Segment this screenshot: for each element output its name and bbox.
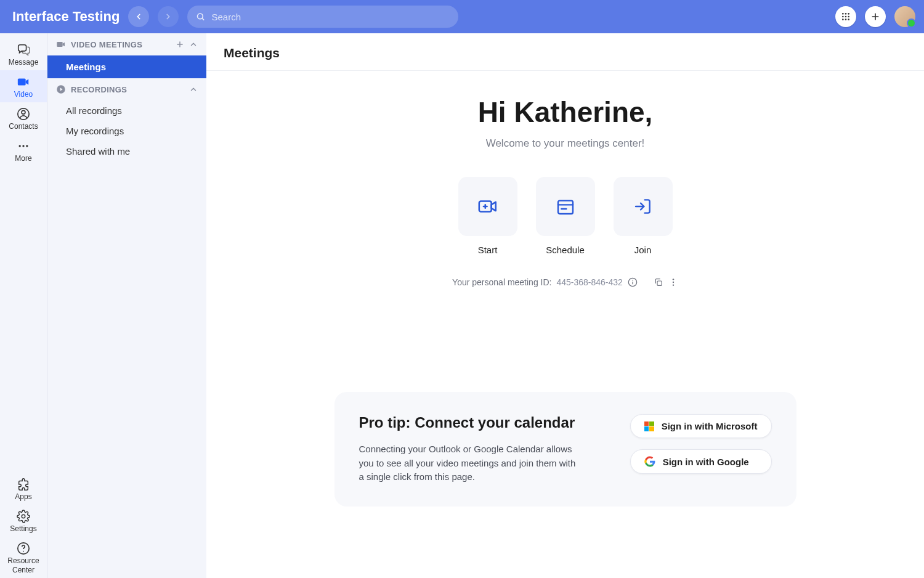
svg-point-16 bbox=[19, 145, 21, 147]
video-icon bbox=[17, 75, 30, 89]
page-title: Meetings bbox=[224, 46, 907, 60]
chat-icon bbox=[17, 43, 30, 57]
sidebar-item-label: Meetings bbox=[66, 62, 106, 72]
svg-point-38 bbox=[673, 282, 674, 283]
avatar[interactable] bbox=[894, 6, 915, 27]
nav-forward-button[interactable] bbox=[158, 6, 179, 27]
pmi-value: 445-368-846-432 bbox=[556, 277, 622, 287]
pmi-info-button[interactable] bbox=[628, 277, 638, 287]
gear-icon bbox=[17, 510, 30, 523]
svg-rect-29 bbox=[558, 201, 573, 214]
svg-point-0 bbox=[198, 14, 203, 19]
main-panel: Meetings Hi Katherine, Welcome to your m… bbox=[206, 33, 924, 578]
info-icon bbox=[628, 277, 638, 287]
rail-item-message[interactable]: Message bbox=[0, 38, 47, 70]
svg-point-4 bbox=[848, 13, 849, 15]
chevron-right-icon bbox=[164, 12, 172, 21]
plus-icon[interactable] bbox=[176, 40, 184, 49]
actions-row: Start Schedule Join bbox=[458, 177, 673, 255]
sidebar-item-all-recordings[interactable]: All recordings bbox=[47, 100, 206, 121]
main-header: Meetings bbox=[206, 33, 924, 71]
copy-icon bbox=[654, 277, 663, 287]
search-input[interactable] bbox=[211, 12, 450, 22]
pmi-copy-button[interactable] bbox=[654, 277, 663, 287]
app-title: Interface Testing bbox=[12, 9, 120, 25]
pmi-label: Your personal meeting ID: bbox=[452, 277, 551, 287]
new-button[interactable] bbox=[865, 6, 886, 27]
rail-item-video[interactable]: Video bbox=[0, 70, 47, 102]
protip-panel: Pro tip: Connect your calendar Connectin… bbox=[334, 392, 796, 507]
sign-in-google-button[interactable]: Sign in with Google bbox=[630, 449, 772, 474]
chevron-up-icon[interactable] bbox=[189, 85, 198, 94]
svg-rect-13 bbox=[18, 79, 26, 86]
sidebar: VIDEO MEETINGS Meetings RECORDINGS All r… bbox=[47, 33, 206, 578]
chevron-up-icon[interactable] bbox=[189, 40, 198, 49]
sso-button-label: Sign in with Google bbox=[663, 457, 749, 467]
sso-button-label: Sign in with Microsoft bbox=[662, 421, 758, 431]
user-circle-icon bbox=[17, 107, 30, 121]
svg-point-15 bbox=[22, 110, 25, 114]
sidebar-section-video-meetings[interactable]: VIDEO MEETINGS bbox=[47, 33, 206, 55]
svg-point-18 bbox=[26, 145, 28, 147]
svg-point-6 bbox=[845, 16, 847, 18]
nav-back-button[interactable] bbox=[128, 6, 149, 27]
rail-item-label: Settings bbox=[10, 524, 36, 533]
sidebar-item-shared-with-me[interactable]: Shared with me bbox=[47, 141, 206, 161]
action-schedule[interactable]: Schedule bbox=[536, 177, 595, 255]
sidebar-item-meetings[interactable]: Meetings bbox=[47, 55, 206, 78]
plus-icon bbox=[870, 12, 880, 22]
sidebar-item-label: All recordings bbox=[66, 105, 122, 116]
sidebar-item-label: My recordings bbox=[66, 126, 124, 136]
svg-rect-36 bbox=[657, 281, 662, 285]
svg-point-8 bbox=[842, 18, 844, 20]
svg-point-21 bbox=[23, 551, 24, 552]
svg-point-7 bbox=[848, 16, 849, 18]
sidebar-section-label: VIDEO MEETINGS bbox=[71, 40, 142, 49]
play-circle-icon bbox=[56, 84, 66, 94]
action-join[interactable]: Join bbox=[614, 177, 673, 255]
svg-point-35 bbox=[632, 280, 633, 280]
pmi-row: Your personal meeting ID: 445-368-846-43… bbox=[452, 277, 678, 287]
sign-in-microsoft-button[interactable]: Sign in with Microsoft bbox=[630, 414, 772, 438]
rail-item-label: More bbox=[15, 154, 31, 163]
svg-point-39 bbox=[673, 284, 674, 285]
google-logo-icon bbox=[644, 456, 655, 467]
search-icon bbox=[196, 12, 205, 22]
sidebar-item-my-recordings[interactable]: My recordings bbox=[47, 121, 206, 141]
microsoft-logo-icon bbox=[644, 421, 654, 431]
rail-item-label: Contacts bbox=[9, 122, 38, 131]
svg-line-1 bbox=[203, 18, 205, 20]
dialpad-button[interactable] bbox=[835, 6, 856, 27]
dialpad-icon bbox=[841, 12, 851, 22]
sidebar-section-recordings[interactable]: RECORDINGS bbox=[47, 78, 206, 100]
rail-item-contacts[interactable]: Contacts bbox=[0, 102, 47, 134]
puzzle-icon bbox=[17, 478, 30, 491]
rail-item-label: Message bbox=[9, 58, 39, 67]
join-icon bbox=[633, 197, 653, 216]
action-label: Schedule bbox=[546, 245, 585, 255]
action-start[interactable]: Start bbox=[458, 177, 517, 255]
sidebar-section-label: RECORDINGS bbox=[71, 85, 127, 94]
topbar: Interface Testing bbox=[0, 0, 924, 33]
more-icon bbox=[17, 139, 30, 153]
rail-item-label: Resource Center bbox=[0, 556, 47, 574]
search-box[interactable] bbox=[187, 6, 458, 28]
rail-item-label: Apps bbox=[15, 492, 31, 501]
svg-point-9 bbox=[845, 18, 847, 20]
rail-item-apps[interactable]: Apps bbox=[0, 473, 47, 505]
action-label: Join bbox=[634, 245, 652, 255]
svg-point-10 bbox=[848, 18, 849, 20]
pmi-more-button[interactable] bbox=[668, 277, 678, 287]
more-vertical-icon bbox=[668, 277, 678, 287]
chevron-left-icon bbox=[134, 12, 143, 21]
svg-point-37 bbox=[673, 279, 674, 280]
video-icon bbox=[56, 39, 66, 49]
svg-point-5 bbox=[842, 16, 844, 18]
rail-item-settings[interactable]: Settings bbox=[0, 505, 47, 537]
svg-point-3 bbox=[845, 13, 847, 15]
rail-item-more[interactable]: More bbox=[0, 134, 47, 166]
protip-body: Connecting your Outlook or Google Calend… bbox=[359, 442, 581, 484]
rail-item-label: Video bbox=[14, 90, 33, 99]
rail-item-resource-center[interactable]: Resource Center bbox=[0, 537, 47, 578]
svg-rect-22 bbox=[57, 42, 62, 47]
